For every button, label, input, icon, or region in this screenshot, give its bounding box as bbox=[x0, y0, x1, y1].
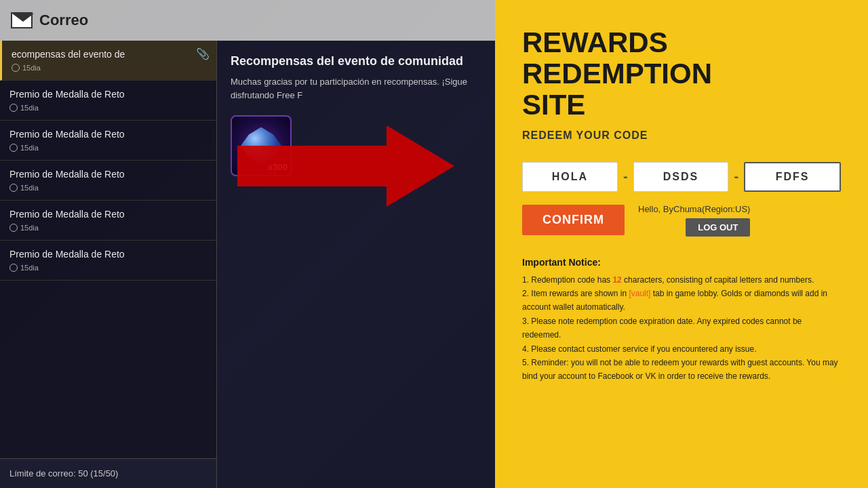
code-segment-3[interactable]: FDFS bbox=[744, 162, 841, 192]
clock-icon-0 bbox=[12, 64, 20, 72]
mail-item-3[interactable]: Premio de Medalla de Reto 15dia bbox=[0, 161, 216, 201]
mail-item-4[interactable]: Premio de Medalla de Reto 15dia bbox=[0, 201, 216, 241]
clock-icon-2 bbox=[9, 144, 18, 152]
logout-button[interactable]: LOG OUT bbox=[686, 218, 750, 237]
notice-section: Important Notice: 1. Redemption code has… bbox=[522, 257, 841, 384]
clock-icon-3 bbox=[9, 184, 18, 192]
mail-item-time-2: 15dia bbox=[9, 144, 207, 152]
mail-icon bbox=[11, 12, 33, 28]
mail-item-time-3: 15dia bbox=[9, 184, 207, 192]
game-panel: Correo ecompensas del evento de 15dia 📎 … bbox=[0, 0, 495, 488]
mail-item-title-0: ecompensas del evento de bbox=[12, 49, 207, 60]
confirm-button[interactable]: CONFIRM bbox=[522, 205, 625, 235]
code-segment-2[interactable]: DSDS bbox=[633, 162, 729, 192]
mail-sidebar: ecompensas del evento de 15dia 📎 Premio … bbox=[0, 41, 217, 488]
separator-2: - bbox=[734, 169, 738, 184]
mail-item-time-5: 15dia bbox=[9, 264, 207, 272]
site-subtitle: REDEEM YOUR CODE bbox=[522, 129, 841, 142]
gem-icon bbox=[241, 127, 281, 165]
mail-item-1[interactable]: Premio de Medalla de Reto 15dia bbox=[0, 81, 216, 121]
correo-bar: Correo bbox=[0, 0, 495, 41]
notice-title: Important Notice: bbox=[522, 257, 841, 268]
clock-icon-4 bbox=[9, 224, 18, 232]
mail-item-time-0: 15dia bbox=[12, 64, 207, 72]
mail-item-title-3: Premio de Medalla de Reto bbox=[9, 169, 207, 180]
mail-item-title-5: Premio de Medalla de Reto bbox=[9, 249, 207, 260]
site-title: REWARDS REDEMPTION SITE bbox=[522, 27, 841, 121]
hello-text: Hello, ByChuma(Region:US) bbox=[638, 204, 750, 214]
code-segment-1[interactable]: HOLA bbox=[522, 162, 618, 192]
mail-item-title-1: Premio de Medalla de Reto bbox=[9, 89, 207, 100]
separator-1: - bbox=[623, 169, 628, 184]
reward-item: x300 bbox=[231, 115, 481, 176]
mail-content-body: Muchas gracias por tu participación en r… bbox=[231, 75, 481, 102]
code-input-row: HOLA - DSDS - FDFS bbox=[522, 162, 841, 192]
clock-icon-1 bbox=[9, 104, 18, 112]
account-info: Hello, ByChuma(Region:US) LOG OUT bbox=[638, 204, 750, 237]
attachment-icon-0: 📎 bbox=[196, 47, 210, 60]
clock-icon-5 bbox=[9, 264, 18, 272]
confirm-row: CONFIRM Hello, ByChuma(Region:US) LOG OU… bbox=[522, 204, 841, 237]
reward-count: x300 bbox=[268, 162, 288, 172]
mail-item-2[interactable]: Premio de Medalla de Reto 15dia bbox=[0, 121, 216, 161]
mail-item-title-4: Premio de Medalla de Reto bbox=[9, 209, 207, 220]
mail-item-0[interactable]: ecompensas del evento de 15dia 📎 bbox=[0, 41, 216, 81]
correo-title: Correo bbox=[39, 12, 88, 29]
mail-item-5[interactable]: Premio de Medalla de Reto 15dia bbox=[0, 241, 216, 281]
mail-content-title: Recompensas del evento de comunidad bbox=[231, 54, 481, 68]
notice-text: 1. Redemption code has 12 characters, co… bbox=[522, 273, 841, 384]
mail-item-time-1: 15dia bbox=[9, 104, 207, 112]
redemption-panel: REWARDS REDEMPTION SITE REDEEM YOUR CODE… bbox=[495, 0, 868, 488]
mail-item-time-4: 15dia bbox=[9, 224, 207, 232]
notice-highlight-vault: [vault] bbox=[629, 289, 650, 298]
mail-content: Recompensas del evento de comunidad Much… bbox=[217, 41, 495, 488]
mail-footer-text: Límite de correo: 50 (15/50) bbox=[9, 468, 118, 479]
notice-highlight-number: 12 bbox=[612, 275, 621, 285]
mail-item-title-2: Premio de Medalla de Reto bbox=[9, 129, 207, 140]
mail-footer: Límite de correo: 50 (15/50) bbox=[0, 458, 216, 488]
reward-image: x300 bbox=[231, 115, 292, 176]
